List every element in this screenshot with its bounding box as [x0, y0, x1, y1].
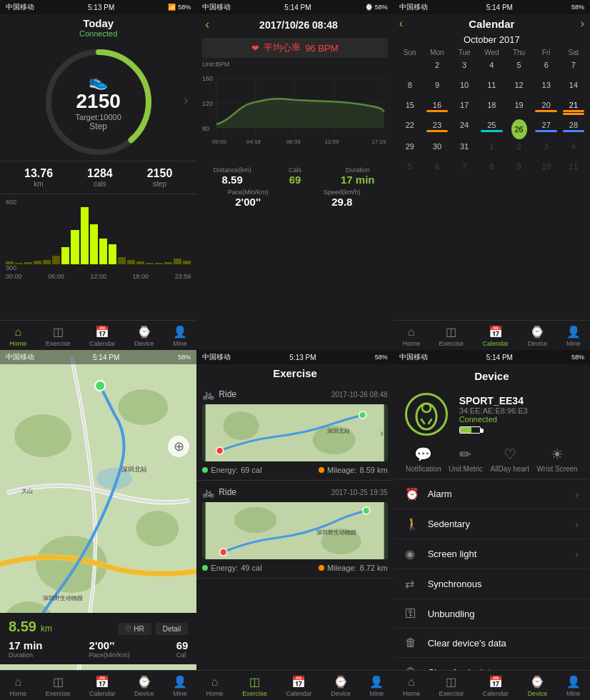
cal-day-27[interactable]: 27: [533, 119, 560, 140]
nav-ex-exercise[interactable]: ◫Exercise: [242, 675, 267, 697]
cal-day-nov11[interactable]: 11: [560, 160, 587, 180]
cal-day-4[interactable]: 4: [478, 59, 505, 79]
calendar-icon-6: 📅: [489, 675, 503, 689]
exercise-info-row-2: Energy: 49 cal Mileage: 8.72 km: [202, 564, 387, 572]
menu-clear-device[interactable]: 🗑 Clear device's data: [394, 629, 590, 658]
device-metric-icon[interactable]: ✏ Unit:Metric: [449, 446, 483, 473]
cal-day-nov3[interactable]: 3: [533, 140, 560, 160]
cal-day-19[interactable]: 19: [505, 99, 532, 119]
cal-day-25[interactable]: 25: [478, 119, 505, 140]
cal-day-28[interactable]: 28: [560, 119, 587, 140]
cal-day-21[interactable]: 21: [560, 99, 587, 119]
cal-day-nov9[interactable]: 9: [505, 160, 532, 180]
nav-exercise[interactable]: ◫Exercise: [46, 325, 71, 347]
nav-cal-exercise[interactable]: ◫Exercise: [439, 325, 464, 347]
nav-ex-device[interactable]: ⌚Device: [331, 675, 351, 697]
cal-next-button[interactable]: ›: [581, 17, 584, 30]
nav-map-device[interactable]: ⌚Device: [134, 675, 154, 697]
nav-dev-exercise[interactable]: ◫Exercise: [439, 675, 464, 697]
nav-dev-device[interactable]: ⌚Device: [528, 675, 548, 697]
cal-day-9[interactable]: 9: [424, 79, 451, 99]
status-icons-6: 58%: [571, 354, 584, 361]
cal-day-23[interactable]: 23: [424, 119, 451, 140]
nav-cal-calendar[interactable]: 📅Calendar: [483, 325, 509, 347]
sedentary-label: Sedentary: [428, 519, 576, 529]
cal-day-18[interactable]: 18: [478, 99, 505, 119]
cal-day-14[interactable]: 14: [560, 79, 587, 99]
unbundling-label: Unbundling: [428, 609, 579, 619]
cal-day-nov2[interactable]: 2: [505, 140, 532, 160]
nav-cal-device[interactable]: ⌚Device: [528, 325, 548, 347]
nav-ex-mine[interactable]: 👤Mine: [369, 675, 384, 697]
cal-day-5[interactable]: 5: [505, 59, 532, 79]
svg-point-44: [422, 404, 431, 412]
nav-ex-home[interactable]: ⌂Home: [206, 676, 224, 697]
nav-cal-home[interactable]: ⌂Home: [403, 326, 420, 347]
menu-sedentary[interactable]: 🚶 Sedentary ›: [394, 509, 590, 539]
nav-dev-calendar[interactable]: 📅Calendar: [483, 675, 509, 697]
cal-day-13[interactable]: 13: [533, 79, 560, 99]
cal-day-12[interactable]: 12: [505, 79, 532, 99]
device-allday-icon[interactable]: ♡ AllDay heart: [490, 446, 529, 473]
exercise-title: Exercise: [273, 367, 317, 379]
menu-unbundling[interactable]: ⚿ Unbundling: [394, 599, 590, 629]
cal-day-8[interactable]: 8: [396, 79, 424, 99]
nav-dev-home[interactable]: ⌂Home: [403, 676, 420, 697]
device-header: Device: [394, 364, 590, 389]
nav-mine[interactable]: 👤Mine: [173, 325, 187, 347]
cal-day-nov8[interactable]: 8: [478, 160, 505, 180]
chevron-right-icon[interactable]: ›: [184, 93, 188, 108]
cal-day-24[interactable]: 24: [451, 119, 478, 140]
cal-day-22[interactable]: 22: [396, 119, 424, 140]
cal-day-26-today[interactable]: 26: [511, 119, 527, 139]
bt-icon-2: ⌚: [365, 4, 373, 11]
cal-day-20[interactable]: 20: [533, 99, 560, 119]
device-notification-icon[interactable]: 💬 Notification: [406, 446, 441, 473]
back-button[interactable]: ‹: [202, 17, 209, 32]
nav-map-exercise[interactable]: ◫Exercise: [46, 675, 71, 697]
nav-calendar[interactable]: 📅Calendar: [89, 325, 116, 347]
steps-circle-area[interactable]: 👟 2150 Target:10000 Step ›: [0, 39, 196, 161]
cal-day-16[interactable]: 16: [424, 99, 451, 119]
nav-dev-mine[interactable]: 👤Mine: [566, 675, 581, 697]
cal-day-nov1[interactable]: 1: [478, 140, 505, 160]
cal-day-15[interactable]: 15: [396, 99, 424, 119]
status-bar-4: 中国移动 5:14 PM 58%: [0, 350, 196, 364]
cal-day-6[interactable]: 6: [533, 59, 560, 79]
hr-button[interactable]: ♡ HR: [118, 623, 151, 635]
cal-day-11[interactable]: 11: [478, 79, 505, 99]
cal-prev-button[interactable]: ‹: [399, 17, 403, 30]
menu-alarm[interactable]: ⏰ Alarm ›: [394, 479, 590, 509]
cal-day-30[interactable]: 30: [424, 140, 451, 160]
cal-day-7[interactable]: 7: [560, 59, 587, 79]
nav-cal-mine[interactable]: 👤Mine: [566, 325, 581, 347]
cal-day-nov4[interactable]: 4: [560, 140, 587, 160]
cal-day-2[interactable]: 2: [424, 59, 451, 79]
status-bar-5: 中国移动 5:13 PM 58%: [196, 350, 393, 364]
cal-day-10[interactable]: 10: [451, 79, 478, 99]
cal-day-3[interactable]: 3: [451, 59, 478, 79]
cal-day-nov6[interactable]: 6: [424, 160, 451, 180]
cal-week-5: 29 30 31 1 2 3 4: [394, 140, 590, 160]
exercise-item-2[interactable]: 🚲 Ride 2017-10-25 19:35 深圳野生动物园 Energy: …: [196, 481, 393, 579]
nav-ex-calendar[interactable]: 📅Calendar: [286, 675, 312, 697]
map-top-row: 8.59 km ♡ HR Detail: [9, 619, 188, 635]
cal-day-17[interactable]: 17: [451, 99, 478, 119]
nav-home[interactable]: ⌂Home: [9, 326, 26, 347]
cal-day-29[interactable]: 29: [396, 140, 424, 160]
exercise-item-1[interactable]: 🚲 Ride 2017-10-26 08:48 深圳北站 › Energy: 6…: [196, 383, 393, 481]
menu-screen-light[interactable]: ◉ Screen light ›: [394, 539, 590, 569]
cal-day-nov5[interactable]: 5: [396, 160, 424, 180]
cal-day-nov10[interactable]: 10: [533, 160, 560, 180]
home-panel: 中国移动 5:13 PM 📶 58% Today Connected 👟 215…: [0, 0, 196, 350]
cal-day-nov7[interactable]: 7: [451, 160, 478, 180]
device-wrist-icon[interactable]: ☀ Wrist Screen: [537, 446, 578, 473]
nav-map-mine[interactable]: 👤Mine: [173, 675, 187, 697]
cal-day-31[interactable]: 31: [451, 140, 478, 160]
km-stat: 13.76 km: [24, 167, 53, 188]
nav-map-calendar[interactable]: 📅Calendar: [89, 675, 116, 697]
detail-button[interactable]: Detail: [156, 623, 189, 635]
nav-map-home[interactable]: ⌂Home: [9, 676, 26, 697]
nav-device[interactable]: ⌚Device: [134, 325, 154, 347]
menu-synchronous[interactable]: ⇄ Synchronous: [394, 569, 590, 599]
